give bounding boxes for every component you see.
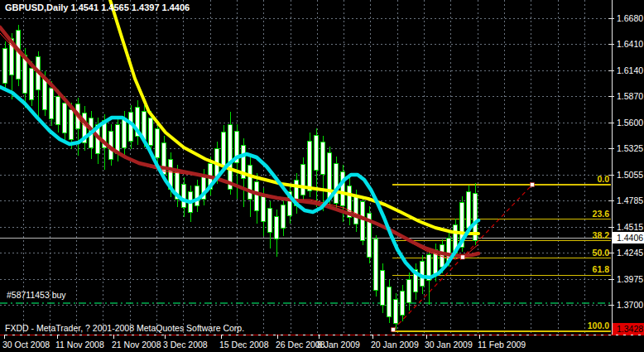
candle-body [321,142,325,174]
candle-body [387,287,392,316]
current-price-label: 1.4406 [617,233,643,243]
fib-level-label: 61.8 [593,264,610,274]
candle-body [407,279,411,302]
candle-body [43,78,47,109]
candle-body [381,270,385,305]
open-order-label: #58711453 buy [7,290,66,300]
candle-body [440,244,445,267]
candle-body [374,239,378,290]
candle-body [3,48,7,83]
candle-body [123,118,127,147]
low-price-label: 1.3428 [617,324,643,334]
candle-body [301,164,305,195]
trendline-anchor-handle[interactable] [392,328,396,332]
candle-body [421,261,425,286]
date-axis-label: 8 Jan 2009 [317,340,360,350]
date-axis-label: 3 Dec 2008 [163,340,208,350]
candle-body [228,124,233,189]
fib-level-label: 100.0 [588,321,609,330]
fib-level-label: 23.6 [593,209,610,219]
price-axis-label: 1.4515 [617,222,643,232]
candle-body [361,201,365,240]
candle-body [182,184,186,207]
candle-body [467,191,471,228]
candle-body [255,181,259,210]
date-axis-label: 30 Oct 2008 [2,340,50,350]
price-axis-label: 1.5325 [617,143,643,153]
fib-level-label: 38.2 [593,230,610,240]
price-axis-label: 1.3700 [617,300,643,310]
price-chart-canvas[interactable]: 0.023.638.250.061.8100.01.66801.64101.61… [0,0,644,352]
date-axis-label: 11 Nov 2008 [55,340,104,350]
candle-body [50,88,54,118]
candle-body [156,128,160,157]
metatrader-chart-window: 0.023.638.250.061.8100.01.66801.64101.61… [0,0,644,352]
date-axis-label: 15 Dec 2008 [219,340,269,350]
price-axis-label: 1.3975 [617,274,643,284]
candle-body [195,186,199,205]
candle-body [70,109,74,139]
candle-body [275,216,279,239]
price-axis-label: 1.5055 [617,170,643,180]
fib-level-label: 50.0 [593,248,610,258]
candle-body [341,171,345,205]
candle-body [63,103,67,133]
candle-body [394,299,398,323]
price-axis-label: 1.4785 [617,195,643,205]
candle-body [268,208,272,232]
candle-body [56,96,60,124]
date-axis-label: 11 Feb 2009 [478,340,526,350]
price-axis-label: 1.4245 [617,248,643,258]
candle-body [222,132,226,166]
candle-body [315,135,319,170]
chart-title: GBPUSD,Daily 1.4541 1.4565 1.4397 1.4406 [5,2,190,12]
candle-body [308,141,312,190]
date-axis-label: 20 Jan 2009 [371,340,419,350]
copyright-text: FXDD - MetaTrader, ? 2001-2008 MetaQuote… [5,323,244,333]
candle-body [281,205,286,228]
candle-body [30,68,34,99]
price-axis-label: 1.5870 [617,91,643,101]
trendline-anchor-handle[interactable] [461,255,465,259]
candle-body [149,118,153,145]
candle-body [401,291,405,315]
price-axis-label: 1.5600 [617,118,643,128]
fib-level-label: 0.0 [597,174,609,184]
candle-body [116,124,120,153]
price-axis-label: 1.6410 [617,39,643,49]
date-axis-label: 21 Nov 2008 [112,340,161,350]
candle-body [354,196,358,224]
price-axis-label: 1.6140 [617,65,643,75]
date-axis-label: 30 Jan 2009 [425,340,473,350]
candle-body [334,163,339,203]
trendline-anchor-handle[interactable] [531,183,535,187]
candle-body [262,196,266,221]
price-axis-label: 1.6680 [617,13,643,23]
